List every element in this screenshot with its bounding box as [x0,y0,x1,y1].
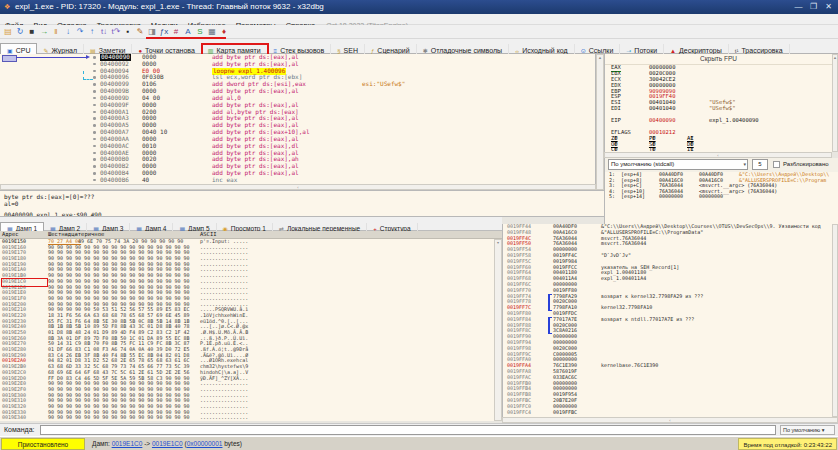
stop-icon[interactable]: ■ [26,26,38,38]
dump-row[interactable]: 0019E34090 90 90 90 90 90 90 90 90 90 90… [0,415,494,421]
dump-address: 0019E340 [2,415,26,421]
open-file-icon[interactable]: ▤ [2,26,14,38]
breakpoint-dot[interactable] [93,70,96,73]
view-tab-bar: ▣CPU✎Журнал▤Заметки●Точки останова▥Карта… [0,39,838,54]
calling-convention-row: По умолчанию (stdcall)▾ 5 Разблокировано [604,158,838,172]
dump-vertical-scrollbar[interactable]: ▾ [494,239,502,421]
status-dump-range: Дамп: 0019E1C0 -> 0019E1C0 (0x00000001 b… [92,437,242,450]
breakpoint-dot[interactable] [93,97,96,100]
arguments-panel[interactable]: 1:[esp+4]00A40DF000A40DF0&"C:\\Users\\Ан… [604,172,838,224]
tab-label: Стек вызовов [280,47,324,54]
step-over-icon[interactable]: ↷ [74,26,86,38]
breakpoint-dot[interactable] [93,138,96,141]
breakpoint-dot[interactable] [93,117,96,120]
breakpoint-icon[interactable]: ▪ [122,26,134,38]
breakpoint-dot[interactable] [93,165,96,168]
breakpoint-dot[interactable] [93,172,96,175]
breakpoint-dot[interactable] [93,124,96,127]
breakpoint-dot[interactable] [93,152,96,155]
command-label: Команда: [4,426,34,433]
info-pane: byte ptr ds:[eax]=[0]=??? al=0 00400090 … [0,190,604,217]
unlocked-checkbox[interactable] [773,161,780,168]
disasm-row[interactable]: 004000B40000add byte ptr ds:[eax],al [0,170,595,177]
command-input[interactable] [40,425,776,435]
breakpoint-dot[interactable] [93,145,96,148]
restart-icon[interactable]: ↻ [14,26,26,38]
step-out-icon[interactable]: ↑ [86,26,98,38]
tab-label: Отладочные символы [431,47,502,54]
minimize-button[interactable]: — [791,0,806,14]
close-button[interactable]: ✕ [821,0,836,14]
disasm-vertical-scrollbar[interactable]: ▲ [596,54,604,190]
stack-vertical-scrollbar[interactable] [832,224,838,417]
dump-header-ascii: ASCII [200,231,217,238]
breakpoint-dot[interactable] [93,111,96,114]
status-bar: Приостановлено Дамп: 0019E1C0 -> 0019E1C… [0,436,838,450]
arg-value: 00000000 [659,194,683,200]
registers-vertical-scrollbar[interactable]: ▲ [832,54,838,152]
maximize-button[interactable]: ❐ [806,0,821,14]
title-bar: ❖expl_1.exe - PID: 17320 - Модуль: expl_… [0,0,838,14]
disasm-row[interactable]: 004000920000add byte ptr ds:[eax],al [0,61,595,68]
dump-header-hex: Шестнадцатеричное [48,231,104,238]
argument-count-spinner[interactable]: 5 [752,159,768,170]
tab-label: CPU [16,47,31,54]
disasm-comment: esi:"USefw$" [362,81,405,88]
dump-tab-bar: ▦Дамп 1▦Дамп 2▦Дамп 3▦Дамп 4▦Дамп 5◉Прос… [0,217,502,231]
unlocked-label: Разблокировано [783,158,829,170]
tab-label: Журнал [51,47,77,54]
window-title: expl_1.exe - PID: 17320 - Модуль: expl_1… [15,2,324,11]
stack-panel[interactable]: 0019FF4400A40DF0&"C:\\Users\\Андрей\\Des… [502,224,832,417]
trace-over-icon[interactable]: t↷ [110,26,122,38]
disasm-bytes: 40 [142,177,149,184]
menu-bar: ФайлВидОтладкаТрассировкаМодулиИзбранное… [0,14,838,25]
breakpoint-dot[interactable] [93,76,96,79]
dump-ascii: ................ [200,415,248,421]
breakpoint-dot[interactable] [93,63,96,66]
breakpoint-dot[interactable] [93,131,96,134]
registers-panel[interactable]: Скрыть FPU EAX00000000EBX0020C000ECX3004… [604,54,832,152]
command-bar: Команда: По умолчанию ▾ [0,423,838,436]
chevron-down-icon: ▾ [743,160,746,169]
breakpoint-dot[interactable] [93,56,96,59]
dump-header-address: Адрес [2,231,19,238]
arg-index: 5: [609,194,615,200]
eip-arrow-line [16,57,87,58]
status-dump-size-link[interactable]: 0x00000001 [187,440,223,447]
disasm-row[interactable]: 0040009B0000add byte ptr ds:[eax],al [0,88,595,95]
tab-label: SEH [344,47,358,54]
red-box-annotation [1,278,48,287]
calling-convention-select[interactable]: По умолчанию (stdcall)▾ [608,159,748,170]
stack-value: 0019FFBC [553,410,577,416]
app-icon: ❖ [4,0,12,14]
breakpoint-dot[interactable] [93,90,96,93]
toolbar: ▤↻■→‖↓↷↑t↓t↷▪✎◨ƒx#AS▦♦ [0,25,838,39]
hide-fpu-button[interactable]: Скрыть FPU [605,54,832,65]
disassembly-panel[interactable]: 004000900000add byte ptr ds:[eax],al0040… [0,54,596,184]
stack-row[interactable]: 0019FFC40019FFBC [503,410,832,416]
tab-label: Точки останова [145,47,195,54]
argument-row[interactable]: 5:[esp+14]0000000000000000 [605,194,838,200]
breakpoint-dot[interactable] [93,158,96,161]
trace-into-icon[interactable]: t↓ [98,26,110,38]
tab-label: Трассировка [741,47,782,54]
status-dump-from-link[interactable]: 0019E1C0 [112,440,143,447]
disasm-row[interactable]: 004000B640inc eax [0,177,595,184]
hex-dump-panel[interactable]: 0019E15070 27 A4 0049 6E 70 75 74 3A 20 … [0,239,494,421]
status-debug-time: Время под отладкой: 0:23:43:22 [738,438,837,450]
run-icon[interactable]: → [38,26,50,38]
info-line-2: al=0 [4,200,604,207]
status-dump-to-link[interactable]: 0019E1C0 [152,440,183,447]
breakpoint-dot[interactable] [93,179,96,182]
pause-icon[interactable]: ‖ [50,26,62,38]
tab-label: Карта памяти [217,47,261,54]
tab-label: Ссылки [589,47,614,54]
dump-header: Адрес Шестнадцатеричное ASCII [0,231,502,239]
step-into-icon[interactable]: ↓ [62,26,74,38]
dump-bytes: 90 90 90 90 90 90 90 90 90 90 90 90 90 9… [48,415,189,421]
edit-icon[interactable]: ✎ [134,26,146,38]
breakpoint-dot[interactable] [93,104,96,107]
stack-address: 0019FFC4 [507,410,531,416]
command-default-select[interactable]: По умолчанию ▾ [780,425,835,435]
breakpoint-dot[interactable] [93,83,96,86]
